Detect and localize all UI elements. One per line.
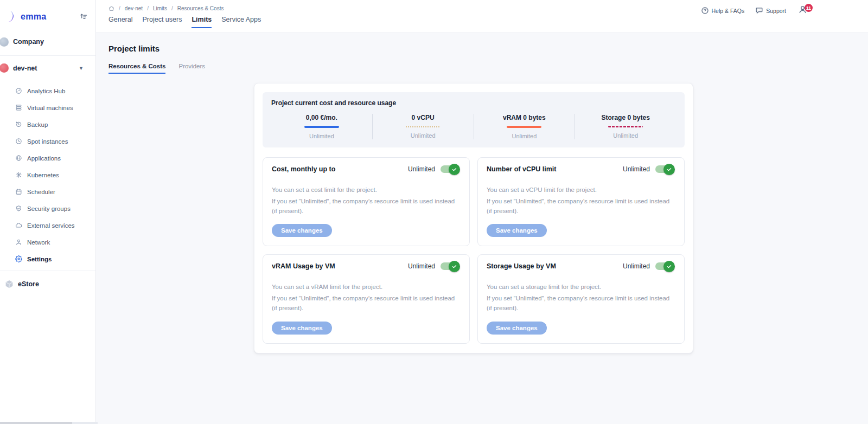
save-changes-button[interactable]: Save changes — [487, 224, 547, 237]
sidebar-item-label: Spot instances — [27, 138, 68, 145]
stat-value: 0,00 €/mo. — [271, 114, 372, 121]
tab-project-users[interactable]: Project users — [142, 16, 182, 28]
toggle-label: Unlimited — [623, 165, 650, 173]
stat-bar — [608, 126, 643, 127]
toggle-label: Unlimited — [408, 262, 435, 270]
stat-bar — [304, 126, 339, 128]
support-button[interactable]: Support — [755, 7, 786, 15]
horizontal-scrollbar-track — [72, 422, 98, 424]
stat-value: vRAM 0 bytes — [474, 114, 575, 121]
spot-instances-icon — [15, 138, 22, 145]
toggle-label: Unlimited — [408, 165, 435, 173]
sidebar-item-estore[interactable]: eStore — [0, 271, 95, 297]
sidebar-item-label: Scheduler — [27, 189, 55, 195]
project-avatar — [0, 63, 9, 73]
card-storage-limit: Storage Usage by VM Unlimited You can se… — [477, 254, 685, 343]
tab-general[interactable]: General — [108, 16, 132, 28]
sidebar-item-label: Analytics Hub — [27, 88, 65, 94]
sidebar-item-scheduler[interactable]: Scheduler — [0, 183, 95, 200]
card-description: If you set “Unlimited”, the company’s re… — [272, 294, 461, 313]
virtual-machines-icon — [15, 104, 22, 111]
home-icon[interactable] — [108, 5, 114, 11]
sidebar-item-backup[interactable]: Backup — [0, 116, 95, 133]
tab-limits[interactable]: Limits — [192, 16, 212, 28]
app-window: emma Company dev-net ▼ Analytics Hub — [0, 0, 868, 424]
card-vram-limit: vRAM Usage by VM Unlimited You can set a… — [263, 254, 470, 343]
subtab-providers[interactable]: Providers — [178, 63, 205, 74]
unlimited-toggle[interactable] — [655, 165, 673, 173]
sidebar-item-security-groups[interactable]: Security groups — [0, 200, 95, 217]
utility-bar: Help & FAQs Support 11 — [701, 5, 807, 16]
stat-vram: vRAM 0 bytes Unlimited — [474, 114, 575, 139]
security-groups-icon — [15, 205, 22, 212]
limit-cards: Cost, monthly up to Unlimited You can se… — [263, 157, 685, 344]
breadcrumb-item-devnet[interactable]: dev-net — [125, 5, 143, 11]
sidebar-item-virtual-machines[interactable]: Virtual machines — [0, 99, 95, 116]
unlimited-toggle[interactable] — [655, 262, 673, 270]
breadcrumb-item-resources-costs[interactable]: Resources & Costs — [177, 5, 224, 11]
estore-box-icon — [4, 279, 14, 289]
sidebar-item-label: Virtual machines — [27, 105, 73, 111]
scheduler-icon — [15, 188, 22, 195]
horizontal-scrollbar-thumb[interactable] — [0, 422, 72, 424]
help-label: Help & FAQs — [712, 8, 745, 14]
toggle-label: Unlimited — [623, 262, 650, 270]
card-cost-limit: Cost, monthly up to Unlimited You can se… — [263, 157, 470, 246]
toggle-check-icon — [449, 164, 460, 175]
settings-icon — [15, 255, 22, 262]
subtab-resources-costs[interactable]: Resources & Costs — [108, 63, 165, 74]
external-services-icon — [15, 222, 22, 229]
card-vcpu-limit: Number of vCPU limit Unlimited You can s… — [477, 157, 685, 246]
card-description: You can set a cost limit for the project… — [272, 185, 461, 195]
help-faqs-button[interactable]: Help & FAQs — [701, 7, 745, 15]
sidebar-item-kubernetes[interactable]: Kubernetes — [0, 166, 95, 183]
save-changes-button[interactable]: Save changes — [272, 322, 332, 335]
sidebar-item-label: Kubernetes — [27, 172, 59, 178]
brand-name: emma — [21, 12, 46, 22]
network-icon — [15, 239, 22, 246]
sidebar-item-settings[interactable]: Settings — [0, 250, 95, 267]
estore-label: eStore — [18, 280, 39, 288]
sidebar-item-analytics-hub[interactable]: Analytics Hub — [0, 82, 95, 99]
save-changes-button[interactable]: Save changes — [487, 322, 547, 335]
unlimited-toggle[interactable] — [441, 165, 458, 173]
stat-limit: Unlimited — [373, 132, 474, 139]
page-title: Project limits — [108, 44, 868, 53]
sidebar-item-label: Security groups — [27, 205, 71, 212]
toggle-check-icon — [663, 261, 675, 272]
card-title: vRAM Usage by VM — [272, 262, 335, 270]
company-label: Company — [13, 38, 44, 46]
sidebar-collapse-icon[interactable] — [80, 12, 88, 21]
support-label: Support — [766, 8, 786, 14]
breadcrumb-separator: / — [147, 5, 149, 11]
card-description: You can set a vRAM limit for the project… — [272, 282, 461, 292]
stat-bar — [507, 126, 541, 128]
stat-cost: 0,00 €/mo. Unlimited — [271, 114, 372, 139]
sidebar-item-company[interactable]: Company — [0, 28, 95, 55]
tab-service-apps[interactable]: Service Apps — [221, 16, 261, 28]
sidebar-item-external-services[interactable]: External services — [0, 217, 95, 234]
stat-limit: Unlimited — [271, 133, 372, 139]
toggle-check-icon — [663, 164, 675, 175]
sidebar: emma Company dev-net ▼ Analytics Hub — [0, 0, 96, 424]
usage-title: Project current cost and resource usage — [271, 99, 676, 107]
stat-value: 0 vCPU — [373, 114, 474, 121]
backup-icon — [15, 121, 22, 128]
sidebar-item-spot-instances[interactable]: Spot instances — [0, 133, 95, 150]
applications-icon — [15, 155, 22, 162]
save-changes-button[interactable]: Save changes — [272, 224, 332, 237]
limits-panel: Project current cost and resource usage … — [254, 83, 693, 354]
stat-value: Storage 0 bytes — [575, 114, 676, 121]
card-description: If you set “Unlimited”, the company’s re… — [272, 197, 461, 216]
sidebar-nav: Analytics Hub Virtual machines Backup Sp… — [0, 80, 95, 271]
unlimited-toggle[interactable] — [441, 262, 458, 270]
stat-vcpu: 0 vCPU Unlimited — [372, 114, 474, 139]
user-menu-button[interactable]: 11 — [798, 5, 807, 16]
card-title: Cost, monthly up to — [272, 165, 335, 173]
sidebar-item-project-devnet[interactable]: dev-net ▼ — [0, 56, 95, 80]
sidebar-item-network[interactable]: Network — [0, 234, 95, 250]
chevron-down-icon[interactable]: ▼ — [79, 66, 84, 71]
page-content: Project limits Resources & Costs Provide… — [96, 33, 868, 424]
breadcrumb-item-limits[interactable]: Limits — [153, 5, 167, 11]
sidebar-item-applications[interactable]: Applications — [0, 150, 95, 166]
